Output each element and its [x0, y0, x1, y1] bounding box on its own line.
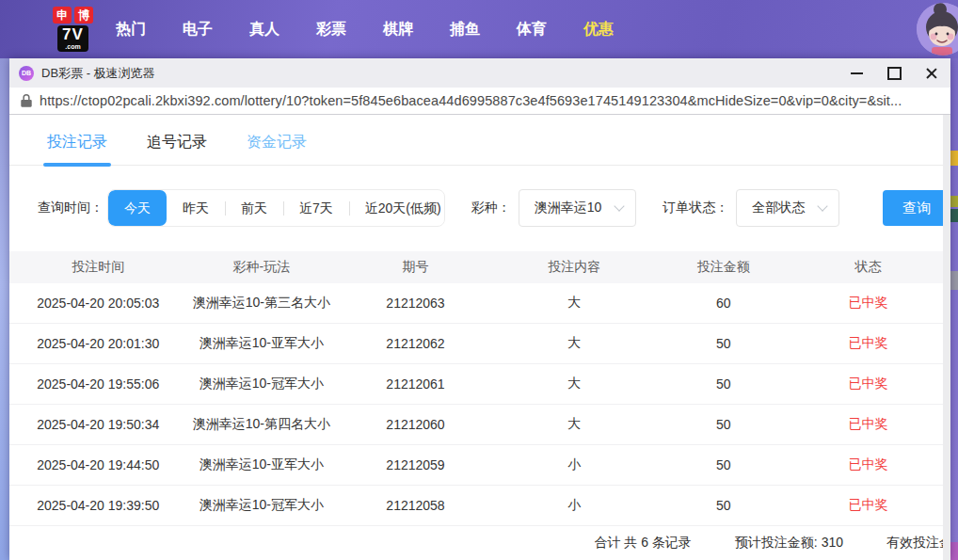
cell-bet-content: 大: [495, 283, 654, 324]
minimize-button[interactable]: [838, 58, 875, 88]
time-option-daybefore[interactable]: 前天: [225, 190, 283, 226]
nav-item-promotions[interactable]: 优惠: [583, 20, 614, 40]
edge-decoration: [950, 209, 958, 222]
edge-decoration: [950, 271, 958, 290]
time-option-20days[interactable]: 近20天(低频): [349, 190, 445, 226]
search-button[interactable]: 查询: [883, 190, 950, 226]
nav-item-slots[interactable]: 电子: [183, 20, 213, 40]
cell-bet-time: 2025-04-20 19:44:50: [9, 445, 186, 486]
page-edge-right: [950, 58, 958, 560]
header-bet-content: 投注内容: [495, 251, 654, 283]
summary-bar: 合计 共 6 条记录 预计投注金额: 310 有效投注金额: [9, 526, 950, 560]
site-navbar: 申 博 7V .com 热门 电子 真人 彩票 棋牌 捕鱼 体育 优惠: [0, 0, 958, 58]
cell-lottery-play: 澳洲幸运10-冠军大小: [186, 486, 336, 526]
maximize-icon: [887, 67, 902, 80]
cell-status: 已中奖: [793, 283, 943, 324]
tab-chase-records[interactable]: 追号记录: [147, 133, 207, 165]
edge-decoration: [950, 151, 958, 166]
time-option-today[interactable]: 今天: [108, 190, 167, 226]
nav-item-lottery[interactable]: 彩票: [316, 20, 346, 40]
cell-bet-content: 小: [495, 486, 654, 526]
page-edge-left: [0, 58, 9, 560]
chevron-down-icon: [615, 200, 625, 211]
user-avatar[interactable]: [917, 3, 958, 56]
maximize-button[interactable]: [875, 58, 913, 88]
nav-item-fishing[interactable]: 捕鱼: [450, 20, 480, 40]
close-button[interactable]: [913, 58, 950, 88]
table-header-row: 投注时间 彩种-玩法 期号 投注内容 投注金额 状态: [9, 251, 943, 283]
address-url[interactable]: https://ctop02pcali.2kbxi392.com/lottery…: [40, 93, 902, 108]
site-nav-menu: 热门 电子 真人 彩票 棋牌 捕鱼 体育 优惠: [116, 20, 614, 40]
cell-issue-number: 21212059: [336, 445, 495, 486]
logo-badges: 申 博: [53, 7, 93, 24]
cell-bet-time: 2025-04-20 19:55:06: [9, 364, 186, 405]
favicon-db-icon: DB: [19, 66, 34, 81]
logo-badge-1: 申: [53, 7, 72, 24]
table-row: 2025-04-20 19:44:50澳洲幸运10-亚军大小21212059小5…: [9, 445, 943, 486]
nav-item-live[interactable]: 真人: [249, 20, 279, 40]
cell-issue-number: 21212063: [336, 283, 495, 324]
order-status-label: 订单状态：: [663, 200, 728, 216]
tab-fund-records[interactable]: 资金记录: [247, 133, 307, 165]
cell-bet-amount: 50: [653, 486, 793, 526]
page-content: 投注记录 追号记录 资金记录 查询时间： 今天 昨天 前天 近7天 近20天(低…: [9, 115, 950, 560]
order-status-select[interactable]: 全部状态: [736, 189, 839, 227]
summary-expected-amount: 预计投注金额: 310: [735, 535, 843, 552]
cell-bet-amount: 50: [653, 364, 793, 405]
edge-decoration: [950, 542, 958, 560]
order-status-value: 全部状态: [752, 200, 805, 216]
lottery-type-select[interactable]: 澳洲幸运10: [519, 189, 637, 227]
cell-bet-time: 2025-04-20 20:01:30: [9, 324, 186, 364]
window-title: DB彩票 - 极速浏览器: [41, 65, 155, 82]
browser-titlebar[interactable]: DB DB彩票 - 极速浏览器: [9, 58, 950, 88]
browser-window: DB DB彩票 - 极速浏览器 https://ctop02pcali.2kbx…: [9, 58, 950, 560]
logo-badge-2: 博: [74, 7, 93, 24]
table-row: 2025-04-20 19:50:34澳洲幸运10-第四名大小21212060大…: [9, 405, 943, 445]
vertical-scrollbar[interactable]: [943, 115, 950, 560]
avatar-image: [917, 3, 958, 56]
cell-status: 已中奖: [793, 324, 943, 364]
cell-issue-number: 21212058: [336, 486, 495, 526]
nav-item-sports[interactable]: 体育: [517, 20, 547, 40]
time-option-7days[interactable]: 近7天: [283, 190, 349, 226]
chevron-down-icon: [818, 200, 828, 211]
nav-item-hot[interactable]: 热门: [116, 20, 146, 40]
cell-issue-number: 21212061: [336, 364, 495, 405]
cell-bet-time: 2025-04-20 19:39:50: [9, 486, 186, 526]
tab-bet-records[interactable]: 投注记录: [47, 133, 107, 165]
cell-issue-number: 21212060: [336, 405, 495, 445]
cell-status: 已中奖: [793, 486, 943, 526]
logo-sub-text: .com: [62, 43, 84, 50]
cell-lottery-play: 澳洲幸运10-亚军大小: [186, 324, 336, 364]
bet-records-table: 投注时间 彩种-玩法 期号 投注内容 投注金额 状态 2025-04-20 20…: [9, 251, 943, 526]
nav-item-boardgames[interactable]: 棋牌: [383, 20, 413, 40]
table-row: 2025-04-20 19:55:06澳洲幸运10-冠军大小21212061大5…: [9, 364, 943, 405]
cell-bet-content: 小: [495, 445, 654, 486]
url-bar[interactable]: https://ctop02pcali.2kbxi392.com/lottery…: [9, 88, 950, 115]
table-row: 2025-04-20 20:01:30澳洲幸运10-亚军大小21212062大5…: [9, 324, 943, 364]
cell-bet-content: 大: [495, 364, 654, 405]
close-icon: [925, 67, 938, 80]
cell-status: 已中奖: [793, 405, 943, 445]
cell-lottery-play: 澳洲幸运10-第三名大小: [186, 283, 336, 324]
cell-lottery-play: 澳洲幸运10-冠军大小: [186, 364, 336, 405]
logo-box: 7V .com: [57, 25, 88, 52]
header-bet-time: 投注时间: [9, 251, 186, 283]
query-time-label: 查询时间：: [38, 200, 104, 216]
time-option-yesterday[interactable]: 昨天: [167, 190, 225, 226]
cell-bet-time: 2025-04-20 19:50:34: [9, 405, 186, 445]
summary-valid-amount: 有效投注金额: [886, 535, 950, 552]
cell-issue-number: 21212062: [336, 324, 495, 364]
header-issue-number: 期号: [336, 251, 495, 283]
lottery-type-label: 彩种：: [471, 200, 511, 216]
table-row: 2025-04-20 19:39:50澳洲幸运10-冠军大小21212058小5…: [9, 486, 943, 526]
header-lottery-play: 彩种-玩法: [186, 251, 336, 283]
cell-status: 已中奖: [793, 445, 943, 486]
cell-status: 已中奖: [793, 364, 943, 405]
minimize-icon: [851, 72, 863, 74]
site-logo[interactable]: 申 博 7V .com: [53, 7, 93, 52]
edge-decoration: [950, 196, 958, 207]
logo-main-text: 7V: [62, 26, 84, 42]
cell-lottery-play: 澳洲幸运10-亚军大小: [186, 445, 336, 486]
cell-lottery-play: 澳洲幸运10-第四名大小: [186, 405, 336, 445]
